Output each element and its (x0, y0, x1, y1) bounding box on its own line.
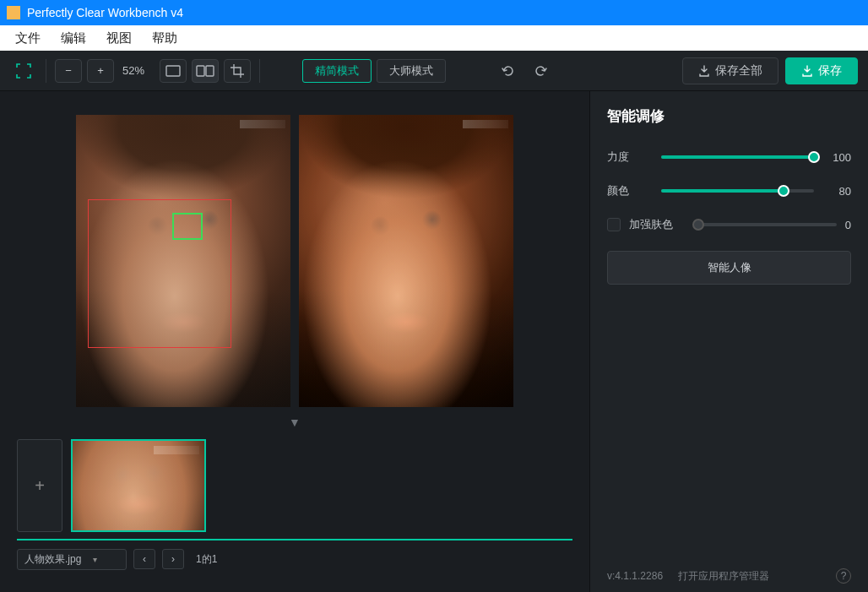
enhance-skin-label: 加强肤色 (629, 217, 673, 232)
zoom-out-button[interactable]: − (55, 59, 82, 83)
svg-rect-1 (197, 66, 204, 76)
enhance-skin-slider[interactable] (698, 223, 837, 226)
filmstrip: + (17, 432, 572, 540)
enhance-skin-row: 加强肤色 0 (607, 217, 851, 232)
save-label: 保存 (818, 63, 842, 79)
next-image-button[interactable]: › (162, 549, 184, 569)
enhance-skin-value: 0 (845, 219, 851, 231)
file-name: 人物效果.jpg (24, 552, 81, 567)
panel-footer: v:4.1.1.2286 打开应用程序管理器 ? (607, 568, 851, 584)
view-mode-group (160, 59, 251, 83)
color-value: 80 (826, 185, 851, 198)
color-row: 颜色 80 (607, 183, 851, 198)
main-area: ▼ + 人物效果.jpg ▾ ‹ › 1的1 智能调修 力度 100 (0, 91, 868, 592)
redo-icon (533, 63, 548, 79)
chevron-down-icon: ▾ (93, 555, 97, 564)
workspace: ▼ + 人物效果.jpg ▾ ‹ › 1的1 (0, 91, 589, 592)
minus-icon: − (65, 64, 72, 77)
file-selector[interactable]: 人物效果.jpg ▾ (17, 549, 127, 570)
save-all-button[interactable]: 保存全部 (682, 57, 778, 84)
panel-title: 智能调修 (607, 106, 851, 126)
mode-simple-button[interactable]: 精简模式 (302, 59, 372, 83)
strength-slider[interactable] (661, 155, 814, 159)
smart-portrait-button[interactable]: 智能人像 (607, 251, 851, 285)
crop-icon (230, 63, 245, 79)
single-view-icon (165, 65, 181, 77)
split-view-icon (196, 65, 214, 77)
strength-row: 力度 100 (607, 149, 851, 165)
view-split-button[interactable] (192, 59, 219, 83)
undo-icon (501, 63, 516, 79)
help-button[interactable]: ? (836, 568, 851, 584)
strength-label: 力度 (607, 149, 649, 165)
mode-switch-group: 精简模式 大师模式 (302, 59, 446, 83)
thumbnail-selected[interactable] (71, 439, 206, 532)
workspace-footer: 人物效果.jpg ▾ ‹ › 1的1 (17, 546, 572, 573)
menu-file[interactable]: 文件 (5, 27, 51, 50)
page-indicator: 1的1 (191, 552, 222, 567)
fit-screen-button[interactable] (10, 59, 37, 83)
color-slider[interactable] (661, 189, 814, 193)
menu-help[interactable]: 帮助 (142, 27, 187, 50)
view-crop-button[interactable] (224, 59, 251, 83)
svg-rect-0 (166, 66, 180, 76)
save-all-label: 保存全部 (715, 63, 762, 79)
mode-master-button[interactable]: 大师模式 (377, 59, 446, 83)
eye-detection-box (172, 213, 203, 240)
strength-value: 100 (826, 151, 851, 164)
svg-rect-2 (206, 66, 214, 76)
enhance-skin-checkbox[interactable] (607, 218, 621, 231)
prev-image-button[interactable]: ‹ (133, 549, 155, 569)
download-icon (801, 65, 813, 77)
color-label: 颜色 (607, 183, 649, 198)
after-image[interactable] (299, 115, 513, 407)
add-image-button[interactable]: + (17, 439, 62, 532)
open-app-manager-link[interactable]: 打开应用程序管理器 (678, 569, 769, 584)
face-detection-box (88, 199, 231, 348)
app-icon (7, 6, 20, 19)
toolbar: − + 52% 精简模式 大师模式 保存全部 保存 (0, 51, 868, 91)
compare-view (17, 115, 572, 407)
zoom-group: − + 52% (55, 59, 153, 83)
menu-view[interactable]: 视图 (96, 27, 142, 50)
history-group (495, 59, 554, 83)
version-text: v:4.1.1.2286 (607, 570, 663, 582)
menu-edit[interactable]: 编辑 (51, 27, 96, 50)
zoom-in-button[interactable]: + (87, 59, 114, 83)
adjustments-panel: 智能调修 力度 100 颜色 80 加强肤色 0 (589, 91, 868, 592)
plus-icon: + (97, 64, 104, 77)
zoom-percent: 52% (119, 64, 153, 77)
redo-button[interactable] (527, 59, 554, 83)
save-button[interactable]: 保存 (785, 57, 858, 84)
window-titlebar: Perfectly Clear Workbench v4 (0, 0, 868, 25)
filmstrip-collapse-toggle[interactable]: ▼ (17, 415, 572, 429)
fit-screen-icon (16, 63, 31, 79)
menu-bar: 文件 编辑 视图 帮助 (0, 25, 868, 51)
download-icon (698, 65, 710, 77)
before-image[interactable] (76, 115, 290, 407)
undo-button[interactable] (495, 59, 522, 83)
view-single-button[interactable] (160, 59, 187, 83)
window-title: Perfectly Clear Workbench v4 (27, 6, 861, 19)
